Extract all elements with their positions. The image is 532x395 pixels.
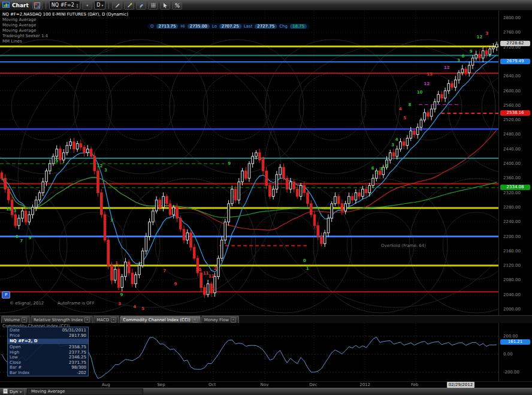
svg-text:3: 3	[14, 209, 17, 213]
panel-title: Chart	[12, 2, 29, 8]
tab-close-icon[interactable]	[111, 317, 116, 322]
toolbar-separator	[46, 2, 46, 9]
tab-label: MACD	[96, 318, 109, 322]
price-marker: 2538.16	[500, 110, 530, 116]
x-axis-month-label: Dec	[309, 382, 318, 387]
price-tick: 2080.00	[503, 278, 521, 282]
tab-close-icon[interactable]	[231, 317, 236, 322]
svg-text:12: 12	[477, 35, 483, 40]
svg-text:7: 7	[376, 170, 379, 175]
chevron-down-icon: ▾	[101, 3, 103, 7]
svg-text:4: 4	[133, 304, 136, 309]
tab-close-icon[interactable]	[22, 317, 27, 322]
data-window-value: -202	[77, 370, 86, 376]
svg-text:3: 3	[457, 58, 460, 63]
chg-label: Chg	[279, 24, 288, 29]
price-tick: 2280.00	[503, 205, 521, 210]
dyn-template-button[interactable]: Dyn ▾	[0, 388, 25, 395]
price-tick: 2800.00	[503, 16, 521, 20]
data-window-header: NQ #F=2, D	[8, 339, 88, 344]
tab-close-icon[interactable]	[84, 317, 90, 322]
symbol-spinner[interactable]: ▴▾	[77, 3, 78, 8]
price-marker: 2679.49	[500, 59, 530, 64]
svg-text:12: 12	[97, 164, 103, 168]
spin-down-icon[interactable]: ▾	[77, 5, 78, 8]
pen-tool-icon[interactable]	[124, 1, 134, 10]
svg-text:12: 12	[424, 82, 430, 86]
last-value: 2727.75	[255, 24, 277, 29]
x-axis-month-label: Aug	[102, 382, 110, 387]
svg-text:2: 2	[214, 266, 217, 271]
price-marker: 2334.08	[500, 185, 530, 190]
svg-text:3: 3	[485, 31, 488, 36]
tab-money-flow[interactable]: Money Flow	[201, 316, 239, 323]
svg-text:9: 9	[385, 164, 388, 168]
high-label: Hi	[180, 24, 185, 29]
tab-label: Money Flow	[204, 318, 229, 322]
cci-marker: 161.21	[500, 339, 530, 345]
tab-label: Volume	[4, 318, 20, 322]
chevron-down-icon: ▾	[86, 3, 88, 7]
svg-text:12: 12	[208, 274, 214, 279]
svg-text:12: 12	[444, 65, 450, 70]
layout-icon[interactable]	[32, 1, 43, 10]
price-tick: 2600.00	[503, 89, 521, 94]
keypad-tool-icon[interactable]	[148, 1, 158, 10]
price-tick: 2240.00	[503, 219, 521, 224]
tab-volume[interactable]: Volume	[1, 316, 30, 323]
highlighter-tool-icon[interactable]	[136, 1, 146, 10]
chevron-down-icon: ▾	[20, 390, 22, 394]
svg-text:13: 13	[427, 72, 433, 77]
tab-label: Relative Strength Index	[34, 318, 83, 322]
ohlc-quote-bar: O 2713.75 Hi 2735.00 Lo 2707.25 Last 272…	[147, 23, 310, 29]
autoframe-label: AutoFrame is OFF	[58, 301, 95, 306]
price-tick: 2520.00	[503, 117, 521, 122]
data-window-label: Low	[10, 355, 18, 360]
data-window-value: 2377.75	[69, 350, 86, 355]
price-axis[interactable]: 2000.002040.002080.002120.002160.002200.…	[498, 11, 532, 315]
svg-text:4: 4	[395, 137, 398, 142]
p-marker-badge[interactable]: P	[2, 291, 10, 298]
interval-select[interactable]: D ▾	[94, 1, 105, 10]
toolbar: Chart NQ #F=2 ▴▾ ▾ D ▾	[0, 0, 532, 11]
tab-close-icon[interactable]	[192, 317, 198, 322]
svg-text:9: 9	[55, 159, 58, 164]
data-window-label: Price	[10, 333, 20, 339]
x-axis-date-marker: 02/29/2012	[447, 382, 474, 388]
price-tick: 2640.00	[503, 74, 521, 79]
svg-text:6: 6	[16, 234, 19, 239]
data-window: Date05/31/2011 Price2817.90 NQ #F=2, D O…	[7, 327, 89, 376]
symbol-select[interactable]: NQ #F=2 ▴▾	[49, 1, 80, 10]
cci-axis[interactable]: 200.000.00-200.00161.21	[498, 323, 532, 381]
data-window-label: Bar #	[10, 365, 22, 370]
price-tick: 2760.00	[503, 30, 521, 35]
last-label: Last	[244, 24, 253, 29]
svg-text:6: 6	[371, 166, 374, 171]
price-tick: 2040.00	[503, 293, 521, 297]
template-icon	[3, 388, 8, 395]
svg-text:3: 3	[104, 168, 107, 173]
svg-text:3: 3	[118, 301, 121, 306]
tab-macd[interactable]: MACD	[93, 316, 119, 323]
indicator-tabs: Volume Relative Strength Index MACD Comm…	[0, 315, 532, 323]
main-chart-canvas[interactable]: 1236799123713945791011121291301678934458…	[0, 11, 498, 315]
svg-text:1: 1	[115, 261, 118, 266]
svg-text:7: 7	[110, 218, 113, 223]
data-window-value: 05/31/2011	[62, 328, 86, 333]
tab-rsi[interactable]: Relative Strength Index	[31, 316, 93, 323]
svg-text:10: 10	[417, 90, 423, 95]
cursor-tool-icon[interactable]	[160, 1, 170, 10]
data-window-label: High	[10, 350, 19, 355]
pencil-tool-icon[interactable]	[112, 1, 122, 10]
data-window-label: Bar Index	[10, 370, 29, 376]
percent-tool-icon[interactable]	[172, 1, 182, 10]
time-axis[interactable]: AugSepOctNovDec2012Feb02/29/2012	[0, 381, 532, 388]
cci-tick: -200.00	[503, 370, 519, 375]
price-tick: 2160.00	[503, 249, 521, 254]
tab-cci[interactable]: Commodity Channel Index (CCI)	[120, 316, 200, 323]
svg-text:9: 9	[174, 282, 177, 287]
data-window-value: 2346.25	[69, 355, 86, 360]
symbol-dropdown-button[interactable]: ▾	[82, 1, 92, 10]
svg-text:6: 6	[461, 54, 464, 59]
data-window-value: 98/300	[71, 365, 86, 370]
